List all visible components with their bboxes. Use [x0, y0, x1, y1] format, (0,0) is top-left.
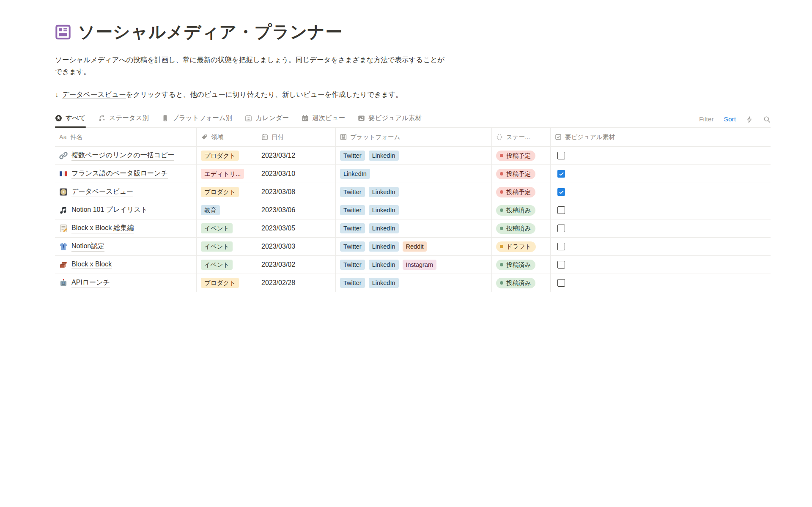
cell-date[interactable]: 2023/03/06 — [257, 201, 336, 219]
visual-checkbox-unchecked[interactable] — [557, 279, 565, 287]
cell-platform[interactable]: TwitterLinkedIn — [336, 201, 492, 219]
column-header-visual[interactable]: 要ビジュアル素材 — [551, 128, 771, 146]
cell-status[interactable]: 投稿済み — [492, 219, 551, 237]
cell-date[interactable]: 2023/03/12 — [257, 147, 336, 164]
platform-tag: LinkedIn — [369, 205, 399, 215]
area-tag: プロダクト — [201, 187, 239, 197]
cell-area[interactable]: イベント — [197, 219, 257, 237]
social-media-planner-page: ソーシャルメディア・プランナー ソーシャルメディアへの投稿を計画し、常に最新の状… — [55, 20, 771, 292]
cell-status[interactable]: 投稿済み — [492, 256, 551, 274]
description-line-1: ソーシャルメディアへの投稿を計画し、常に最新の状態を把握しましょう。同じデータを… — [55, 54, 486, 66]
visual-checkbox-unchecked[interactable] — [557, 206, 565, 214]
calendar-icon — [245, 115, 252, 122]
cell-date[interactable]: 2023/03/02 — [257, 256, 336, 274]
visual-checkbox-unchecked[interactable] — [557, 243, 565, 250]
cell-platform[interactable]: TwitterLinkedIn — [336, 183, 492, 201]
view-tab-all[interactable]: すべて — [55, 114, 86, 127]
cell-status[interactable]: 投稿予定 — [492, 147, 551, 164]
platform-tag: Twitter — [340, 205, 365, 215]
row-title-link[interactable]: Block x Block 総集編 — [71, 224, 134, 233]
cell-area[interactable]: プロダクト — [197, 274, 257, 292]
row-title-link[interactable]: APIローンチ — [71, 278, 110, 288]
column-header-status[interactable]: ステー... — [492, 128, 551, 146]
cell-status[interactable]: 投稿済み — [492, 274, 551, 292]
robot-icon — [59, 279, 68, 287]
cell-platform[interactable]: LinkedIn — [336, 165, 492, 183]
cell-platform[interactable]: TwitterLinkedInReddit — [336, 238, 492, 255]
database-view-link[interactable]: データベースビュー — [62, 90, 126, 99]
cell-area[interactable]: プロダクト — [197, 183, 257, 201]
platform-tag: Twitter — [340, 241, 365, 251]
cell-platform[interactable]: TwitterLinkedInInstagram — [336, 256, 492, 274]
row-title-link[interactable]: Notion認定 — [71, 242, 104, 252]
cell-date[interactable]: 2023/03/03 — [257, 238, 336, 255]
cell-date[interactable]: 2023/03/05 — [257, 219, 336, 237]
table-row: 複数ページのリンクの一括コピープロダクト2023/03/12TwitterLin… — [55, 147, 771, 165]
column-header-date[interactable]: 日付 — [257, 128, 336, 146]
cell-visual — [551, 219, 771, 237]
visual-checkbox-unchecked[interactable] — [557, 225, 565, 232]
visual-checkbox-unchecked[interactable] — [557, 152, 565, 159]
cell-platform[interactable]: TwitterLinkedIn — [336, 274, 492, 292]
area-tag: イベント — [201, 260, 233, 269]
page-title: ソーシャルメディア・プランナー — [78, 20, 343, 44]
page-header: ソーシャルメディア・プランナー — [55, 20, 771, 44]
minidisc-icon — [59, 188, 68, 196]
view-tab-calendar[interactable]: カレンダー — [245, 114, 289, 127]
cell-title[interactable]: Block x Block 総集編 — [55, 219, 197, 237]
cell-status[interactable]: ドラフト — [492, 238, 551, 255]
filter-button[interactable]: Filter — [699, 115, 713, 123]
view-tab-needs-visual[interactable]: 要ビジュアル素材 — [358, 114, 422, 127]
cell-date[interactable]: 2023/03/10 — [257, 165, 336, 183]
cell-title[interactable]: APIローンチ — [55, 274, 197, 292]
platform-tag: Twitter — [340, 278, 365, 288]
cell-status[interactable]: 投稿予定 — [492, 165, 551, 183]
row-title-link[interactable]: フランス語のベータ版ローンチ — [71, 169, 168, 179]
table-row: Notion認定イベント2023/03/03TwitterLinkedInRed… — [55, 238, 771, 256]
brick-icon — [59, 260, 68, 269]
status-label: 投稿予定 — [506, 152, 531, 160]
cell-area[interactable]: エディトリ... — [197, 165, 257, 183]
status-dot — [500, 190, 503, 194]
cell-date[interactable]: 2023/03/08 — [257, 183, 336, 201]
view-tab-weekly[interactable]: 週次ビュー — [302, 114, 345, 127]
cell-area[interactable]: 教育 — [197, 201, 257, 219]
status-pill: 投稿予定 — [496, 187, 535, 197]
cell-status[interactable]: 投稿予定 — [492, 183, 551, 201]
status-dot — [500, 154, 503, 157]
view-tab-by-status[interactable]: ステータス別 — [99, 114, 149, 127]
visual-checkbox-unchecked[interactable] — [557, 261, 565, 269]
column-header-area[interactable]: 領域 — [197, 128, 257, 146]
row-title-link[interactable]: データベースビュー — [71, 187, 133, 197]
cell-platform[interactable]: TwitterLinkedIn — [336, 219, 492, 237]
cell-title[interactable]: Notion認定 — [55, 238, 197, 255]
cell-visual — [551, 147, 771, 164]
cell-area[interactable]: イベント — [197, 256, 257, 274]
cell-visual — [551, 238, 771, 255]
cell-title[interactable]: Notion 101 プレイリスト — [55, 201, 197, 219]
visual-checkbox-checked[interactable] — [557, 188, 565, 196]
cell-status[interactable]: 投稿済み — [492, 201, 551, 219]
cell-title[interactable]: Block x Block — [55, 256, 197, 274]
phone-icon — [162, 115, 169, 122]
cell-title[interactable]: データベースビュー — [55, 183, 197, 201]
view-tab-by-platform[interactable]: プラットフォーム別 — [162, 114, 232, 127]
lightning-icon[interactable] — [746, 116, 753, 123]
platform-tag: LinkedIn — [340, 169, 370, 178]
cell-title[interactable]: フランス語のベータ版ローンチ — [55, 165, 197, 183]
cell-title[interactable]: 複数ページのリンクの一括コピー — [55, 147, 197, 164]
row-title-link[interactable]: 複数ページのリンクの一括コピー — [71, 151, 174, 161]
cell-date[interactable]: 2023/02/28 — [257, 274, 336, 292]
column-header-title[interactable]: Aa件名 — [55, 128, 197, 146]
search-icon[interactable] — [763, 116, 771, 123]
row-title-link[interactable]: Block x Block — [71, 260, 112, 269]
area-tag: プロダクト — [201, 151, 239, 160]
cell-platform[interactable]: TwitterLinkedIn — [336, 147, 492, 164]
row-title-link[interactable]: Notion 101 プレイリスト — [71, 206, 148, 215]
cell-area[interactable]: イベント — [197, 238, 257, 255]
sort-button[interactable]: Sort — [724, 115, 736, 123]
platform-tag: Twitter — [340, 187, 365, 197]
visual-checkbox-checked[interactable] — [557, 170, 565, 178]
column-header-platform[interactable]: プラットフォーム — [336, 128, 492, 146]
cell-area[interactable]: プロダクト — [197, 147, 257, 164]
